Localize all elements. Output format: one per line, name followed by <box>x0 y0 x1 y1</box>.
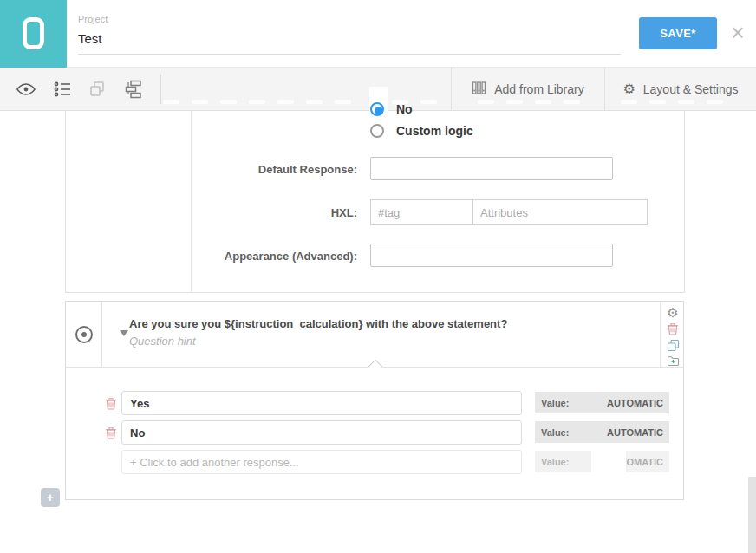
form-outline-icon[interactable] <box>50 77 75 101</box>
value-automatic-badge: AUTOMATIC <box>607 427 663 438</box>
layout-settings-button[interactable]: ⚙ Layout & Settings <box>605 68 756 110</box>
default-response-input[interactable] <box>370 157 613 180</box>
response-value-box-ghost: Value: AUTOMATIC <box>535 451 669 472</box>
close-icon[interactable]: × <box>725 19 751 47</box>
question-hint[interactable]: Question hint <box>129 335 196 348</box>
add-from-library-label: Add from Library <box>494 82 583 96</box>
save-button[interactable]: SAVE* <box>639 17 717 49</box>
response-label-input[interactable] <box>121 420 522 445</box>
header-bar: Project SAVE* × <box>0 0 756 68</box>
question-add-to-library-button[interactable] <box>666 354 680 368</box>
project-name-input[interactable] <box>78 31 616 46</box>
hxl-label: HXL: <box>217 206 357 219</box>
question-card: Are you sure you ${instruction_calculati… <box>65 301 684 500</box>
project-name-underline <box>78 54 621 55</box>
skeleton-dash <box>420 100 437 104</box>
value-label: Value: <box>541 427 569 438</box>
value-label: Value: <box>541 398 569 408</box>
layout-settings-label: Layout & Settings <box>643 82 739 96</box>
add-response-input[interactable] <box>121 450 522 474</box>
question-header-row[interactable]: Are you sure you ${instruction_calculati… <box>66 302 683 368</box>
radio-unselected-icon[interactable] <box>370 124 384 138</box>
question-title[interactable]: Are you sure you ${instruction_calculati… <box>129 317 632 330</box>
form-builder-app: Project SAVE* × <box>0 0 756 553</box>
question-delete-button[interactable] <box>666 322 680 335</box>
app-logo[interactable] <box>0 0 67 68</box>
question-settings-button[interactable]: ⚙ <box>666 305 680 319</box>
trash-icon <box>105 426 117 439</box>
radio-no-label: No <box>396 102 413 116</box>
kobo-logo-icon <box>23 17 44 49</box>
gear-icon: ⚙ <box>667 306 678 319</box>
settings-card-column-divider <box>191 111 192 292</box>
response-row: Value: AUTOMATIC <box>66 391 683 415</box>
library-icon <box>472 81 486 98</box>
appearance-advanced-input[interactable] <box>370 244 613 267</box>
hxl-attributes-input[interactable] <box>472 199 648 225</box>
skeleton-dash <box>192 100 208 104</box>
settings-card-left-border <box>65 111 66 292</box>
duplicate-icon[interactable] <box>86 77 110 101</box>
settings-card-right-border <box>684 111 685 292</box>
skeleton-dash <box>163 100 179 104</box>
skeleton-dash <box>277 100 294 104</box>
question-duplicate-button[interactable] <box>666 338 680 352</box>
add-from-library-button[interactable]: Add from Library <box>452 68 604 110</box>
radio-selected-icon[interactable] <box>370 102 384 116</box>
select-one-type-icon <box>75 326 93 343</box>
copy-icon <box>667 339 680 352</box>
settings-card-bottom-border <box>65 292 685 293</box>
radio-custom-logic-label: Custom logic <box>396 124 473 138</box>
collapse-chevron-icon[interactable] <box>120 330 128 336</box>
skeleton-dash <box>306 100 323 104</box>
folder-plus-icon <box>667 355 680 367</box>
skeleton-dash <box>220 100 237 104</box>
toolbar-divider <box>160 75 161 104</box>
project-label: Project <box>78 14 108 24</box>
radio-option-custom-logic[interactable]: Custom logic <box>370 124 473 138</box>
value-automatic-badge: AUTOMATIC <box>607 398 663 408</box>
group-questions-icon[interactable] <box>121 77 146 101</box>
add-question-button[interactable]: + <box>41 488 60 507</box>
delete-response-button[interactable] <box>105 426 117 439</box>
response-value-box[interactable]: Value: AUTOMATIC <box>535 392 669 413</box>
preview-eye-icon[interactable] <box>14 77 38 101</box>
response-row: Value: AUTOMATIC <box>66 420 683 445</box>
radio-option-no[interactable]: No <box>370 102 413 116</box>
delete-response-button[interactable] <box>105 397 117 409</box>
question-type-cell <box>66 302 102 368</box>
value-label: Value: <box>541 457 569 467</box>
add-response-row: Value: AUTOMATIC <box>66 450 683 474</box>
hxl-tag-input[interactable] <box>370 199 473 225</box>
skeleton-dash <box>335 100 351 104</box>
skeleton-dash <box>249 100 265 104</box>
value-patch <box>591 451 626 472</box>
gear-icon: ⚙ <box>622 82 635 96</box>
response-label-input[interactable] <box>121 391 522 415</box>
question-actions-column: ⚙ <box>660 302 683 368</box>
default-response-label: Default Response: <box>217 163 357 176</box>
vertical-scrollbar-thumb[interactable] <box>748 477 756 553</box>
trash-icon <box>667 322 679 335</box>
response-value-box[interactable]: Value: AUTOMATIC <box>535 421 669 443</box>
appearance-advanced-label: Appearance (Advanced): <box>217 250 357 263</box>
trash-icon <box>105 397 117 410</box>
expanded-panel-notch <box>368 360 383 374</box>
